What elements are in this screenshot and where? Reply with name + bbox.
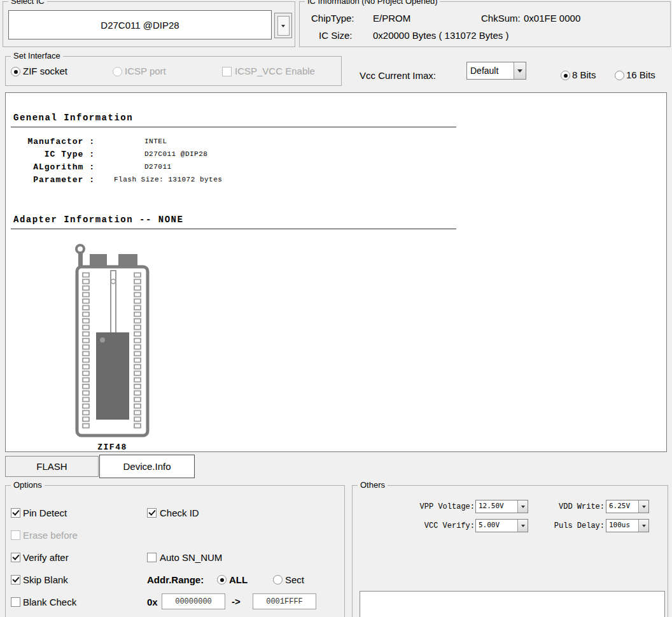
set-interface-group-label: Set Interface [11, 51, 63, 61]
vcc-current-value: Default [467, 62, 514, 79]
chksum-label: ChkSum: [481, 13, 521, 24]
manufactor-value: INTEL [144, 137, 167, 146]
tab-device-info[interactable]: Device.Info [99, 455, 195, 478]
chevron-down-icon[interactable] [638, 520, 648, 532]
select-ic-group: Select IC D27C011 @DIP28 [3, 1, 295, 47]
select-ic-value: D27C011 @DIP28 [101, 20, 179, 31]
info-row-parameter: Parameter : Flash Size: 131072 bytes [11, 173, 95, 186]
addr-range-all-radio[interactable] [217, 575, 227, 585]
addr-range-sect-label: Sect [285, 574, 304, 585]
algorithm-label: ALgorithm : [11, 162, 95, 173]
manufactor-label: Manufactor : [11, 136, 95, 148]
addr-end-input[interactable] [253, 593, 316, 609]
options-group-label: Options [11, 480, 45, 490]
heading-underline [11, 127, 456, 127]
info-row-algorithm: ALgorithm : D27011 [11, 160, 95, 173]
icsize-label: IC Size: [319, 30, 353, 41]
auto-sn-num-label: Auto SN_NUM [160, 552, 222, 563]
icsp-port-radio [113, 67, 122, 76]
verify-after-checkbox[interactable] [11, 553, 20, 562]
skip-blank-checkbox[interactable] [11, 575, 20, 585]
bits8-label: 8 Bits [572, 69, 596, 81]
vdd-write-combobox[interactable]: 6.25V [606, 500, 649, 513]
vdd-write-label: VDD Write: [541, 502, 605, 512]
chevron-down-icon[interactable] [517, 520, 528, 532]
vpp-voltage-value: 12.50V [476, 500, 517, 513]
bits8-radio[interactable] [561, 71, 570, 80]
vcc-verify-combobox[interactable]: 5.00V [475, 519, 528, 532]
zif-socket-label: ZIF socket [23, 66, 67, 77]
info-row-manufactor: Manufactor : INTEL [11, 135, 95, 148]
addr-range-label: Addr.Range: [147, 574, 204, 585]
heading-underline [11, 229, 456, 229]
addr-arrow-label: -> [232, 596, 241, 607]
addr-range-all-label: ALL [229, 574, 248, 585]
hex-prefix-label: 0x [147, 597, 158, 607]
ic-info-group-label: IC Information (No Project Opened) [305, 0, 440, 6]
general-information-heading: Genenal Information [13, 113, 133, 124]
addr-range-sect-radio[interactable] [273, 575, 283, 585]
chevron-down-icon[interactable] [517, 500, 528, 513]
erase-before-label: Erase before [23, 530, 78, 541]
erase-before-checkbox [11, 530, 20, 540]
chiptype-value: E/PROM [373, 13, 410, 24]
zif-socket-radio[interactable] [11, 67, 20, 76]
select-ic-combobox[interactable]: D27C011 @DIP28 [8, 10, 272, 39]
chksum-value: 0x01FE 0000 [524, 13, 580, 24]
chevron-down-icon [277, 16, 290, 36]
blank-check-label: Blank Check [23, 597, 76, 607]
others-group: Others VPP Voltage: 12.50V VDD Write: 6.… [352, 485, 668, 617]
blank-check-checkbox[interactable] [11, 597, 20, 607]
vcc-current-label: Vcc Current Imax: [360, 70, 436, 82]
output-panel [360, 591, 665, 617]
icsize-value: 0x20000 Bytes ( 131072 Bytes ) [373, 30, 508, 41]
ic-type-label: IC Type : [11, 149, 95, 160]
vpp-voltage-combobox[interactable]: 12.50V [475, 500, 528, 513]
ic-info-group: IC Information (No Project Opened) ChipT… [299, 1, 671, 47]
chiptype-label: ChipType: [311, 13, 354, 24]
parameter-label: Parameter : [11, 174, 95, 186]
bits16-radio[interactable] [615, 71, 624, 80]
check-id-checkbox[interactable] [147, 508, 157, 518]
check-id-label: Check ID [160, 507, 199, 518]
addr-start-input[interactable] [162, 593, 225, 609]
programmer-window: Select IC D27C011 @DIP28 IC Information … [0, 0, 672, 617]
select-ic-group-label: Select IC [8, 0, 47, 6]
device-info-panel: Genenal Information Manufactor : INTEL I… [5, 92, 667, 452]
zif-socket-label: ZIF48 [74, 442, 151, 453]
tab-flash[interactable]: FLASH [5, 456, 99, 477]
icsp-vcc-label: ICSP_VCC Enable [235, 66, 315, 77]
select-ic-dropdown-button[interactable] [274, 13, 292, 38]
chevron-down-icon[interactable] [514, 62, 526, 79]
icsp-port-label: ICSP port [125, 66, 166, 77]
puls-delay-label: Puls Delay: [541, 521, 605, 531]
skip-blank-label: Skip Blank [23, 574, 68, 585]
parameter-value: Flash Size: 131072 bytes [114, 175, 222, 184]
zif-socket-graphic [74, 243, 151, 440]
verify-after-label: Verify after [23, 552, 69, 563]
ic-type-value: D27C011 @DIP28 [144, 150, 207, 159]
info-row-ic-type: IC Type : D27C011 @DIP28 [11, 148, 95, 160]
others-group-label: Others [358, 480, 388, 490]
puls-delay-combobox[interactable]: 100us [606, 519, 649, 532]
bits16-label: 16 Bits [626, 69, 655, 81]
vcc-verify-value: 5.00V [476, 520, 517, 532]
algorithm-value: D27011 [144, 162, 172, 171]
chevron-down-icon[interactable] [638, 500, 648, 513]
set-interface-group: Set Interface ZIF socket ICSP port ICSP_… [5, 56, 342, 86]
vdd-write-value: 6.25V [606, 500, 638, 513]
vpp-voltage-label: VPP Voltage: [410, 502, 475, 512]
pin-detect-label: Pin Detect [23, 507, 67, 518]
adapter-information-heading: Adapter Information -- NONE [13, 215, 183, 225]
icsp-vcc-checkbox [222, 67, 232, 76]
vcc-current-combobox[interactable]: Default [466, 62, 526, 80]
puls-delay-value: 100us [606, 520, 638, 532]
pin-detect-checkbox[interactable] [11, 508, 20, 518]
auto-sn-num-checkbox[interactable] [147, 553, 157, 562]
options-group: Options Pin Detect Check ID Erase before… [5, 485, 345, 617]
vcc-verify-label: VCC Verify: [410, 521, 475, 531]
